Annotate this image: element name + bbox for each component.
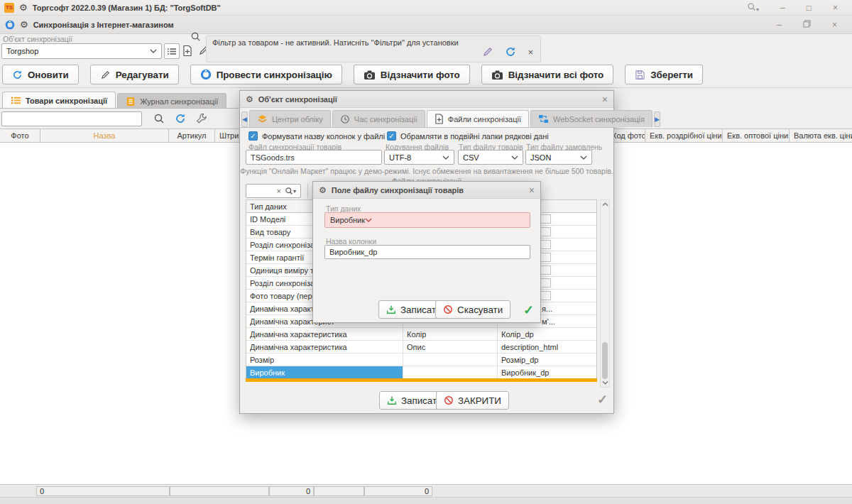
goods-file-value: TSGoods.trs [251,153,295,162]
scrollbar-thumb[interactable] [602,342,608,379]
column-header-retail-price[interactable]: Екв. роздрібної ціни [645,129,723,142]
column-header-name[interactable]: Назва [40,129,169,142]
refresh-icon [175,113,186,124]
layers-icon [257,114,268,124]
minimize-button[interactable]: – [780,4,785,12]
checkbox-checked-icon: ✓ [248,131,258,141]
checkbox-column-names[interactable]: ✓ Формувати назву колонок у файлі [248,131,385,141]
dialog-tab-files[interactable]: Файли синхронізації [427,110,529,127]
search-filter-icon[interactable]: ▾ [285,187,296,195]
gear-icon: ⚙ [19,3,28,12]
column-header-currency[interactable]: Валюта екв. ціни [790,129,852,142]
tab-goods-sync[interactable]: Товари синхронізації [2,92,116,109]
close-button[interactable]: × [833,4,838,12]
app-logo-icon: TS [4,3,14,13]
pencil-icon [482,46,493,57]
vertical-scrollbar[interactable] [600,199,610,388]
cell-box [540,214,551,224]
checkbox-quotes[interactable]: ✓ Обрамляти в подвійні лапки рядкові дан… [387,131,549,141]
run-sync-button[interactable]: Провести синхронізацію [190,65,342,84]
confirm-check-icon[interactable]: ✓ [597,392,608,407]
tabs-scroll-left-button[interactable]: ◀ [241,111,248,127]
file-plus-icon [435,114,444,124]
tab-journal-sync[interactable]: Журнал синхронізації [117,93,226,109]
refresh-icon [12,70,23,80]
wrench-icon [196,113,207,124]
scroll-down-icon[interactable] [601,378,609,387]
close-button[interactable]: × [832,21,837,29]
sync-logo-icon [5,20,15,30]
table-row-selected[interactable]: ВиробникВиробник_dp [246,366,596,379]
dialog-tab-time[interactable]: Час синхронізації [332,110,425,127]
confirm-check-icon[interactable]: ✓ [523,302,534,318]
save-download-icon [386,305,396,314]
status-bar: 0 0 0 [0,486,852,498]
gear-icon: ⚙ [319,186,327,195]
dialog-tab-websocket-label: WebSocket синхронізація [553,115,645,124]
tabstrip-line [0,108,239,109]
column-header-photo[interactable]: Фото [0,129,40,142]
edit-label: Редагувати [116,70,169,80]
edit-button[interactable]: Редагувати [90,65,179,84]
scroll-up-icon[interactable] [601,200,609,209]
data-type-select[interactable]: Виробник [324,212,530,228]
dialog-tab-websocket[interactable]: WebSocket синхронізація [530,110,652,127]
save-button[interactable]: Зберегти [625,65,703,84]
status-cell-empty [170,486,269,496]
minimize-button[interactable]: – [777,21,782,29]
search-icon[interactable] [190,31,201,42]
add-object-button[interactable] [182,45,192,57]
search-icon[interactable] [153,113,165,124]
journal-icon [126,97,136,106]
column-header-wholesale-price[interactable]: Екв. оптової ціни [723,129,790,142]
list-icon [168,48,176,55]
camera-icon [364,70,376,80]
field-cancel-button[interactable]: Скасувати [435,300,510,319]
pencil-icon [100,70,111,80]
chevron-down-icon [150,49,157,53]
dialog-titlebar[interactable]: ⚙ Об'єкт синхронізації × [240,91,613,108]
sync-object-select[interactable]: Torgshop [1,43,162,59]
tabs-scroll-right-button[interactable]: ▶ [654,111,660,127]
encoding-select[interactable]: UTF-8 [384,150,454,165]
cell-box [540,253,551,262]
field-dialog-close-icon[interactable]: × [529,185,535,195]
dialog-tab-centers[interactable]: Центри обліку [249,110,331,127]
goods-file-input[interactable]: TSGoods.trs [246,150,382,165]
mark-all-photo-button[interactable]: Відзначити всі фото [481,65,614,84]
table-row[interactable]: Динамічна характеристикаКолірКолір_dp [246,328,596,341]
dialog-tab-centers-label: Центри обліку [272,115,323,124]
restore-button[interactable] [803,20,811,29]
sync-object-list-button[interactable] [164,43,180,59]
clear-search-icon[interactable]: × [277,187,281,195]
column-header-article[interactable]: Артикул [169,129,215,142]
cancel-icon [444,395,454,405]
refresh-button[interactable]: Оновити [2,65,79,84]
titlebar-search-icon[interactable]: ▾ [747,2,759,13]
field-dialog-titlebar[interactable]: ⚙ Поле файлу синхронізації товарів × [313,182,540,199]
window-bottom-strip [0,498,852,504]
orders-file-type-select[interactable]: JSON [525,150,592,165]
clear-filter-button[interactable]: × [528,47,533,57]
dialog-close-icon[interactable]: × [602,94,608,104]
orange-list-icon [11,96,21,105]
refresh-filter-button[interactable] [505,46,516,57]
refresh-list-button[interactable] [175,113,186,124]
goods-search-input[interactable] [1,111,142,126]
mark-photo-button[interactable]: Відзначити фото [354,65,470,84]
orange-scroll-bar[interactable] [246,378,597,382]
dialog-tab-files-label: Файли синхронізації [448,115,521,124]
settings-wrench-button[interactable] [196,113,207,124]
data-type-value: Виробник [330,216,365,224]
field-cancel-label: Скасувати [457,305,503,315]
table-row[interactable]: РозмірРозмір_dp [246,354,596,366]
sync-object-value: Torgshop [6,47,150,55]
goods-file-type-select[interactable]: CSV [458,150,523,165]
table-row[interactable]: Динамічна характеристикаОписdescription_… [246,341,596,354]
dialog-close-button[interactable]: ЗАКРИТИ [436,391,509,410]
maximize-button[interactable]: □ [807,4,812,12]
column-name-input[interactable]: Виробник_dp [324,245,530,259]
chevron-down-icon [511,155,518,160]
fields-search-input[interactable]: × ▾ [246,184,301,198]
edit-filter-button[interactable] [482,46,493,57]
